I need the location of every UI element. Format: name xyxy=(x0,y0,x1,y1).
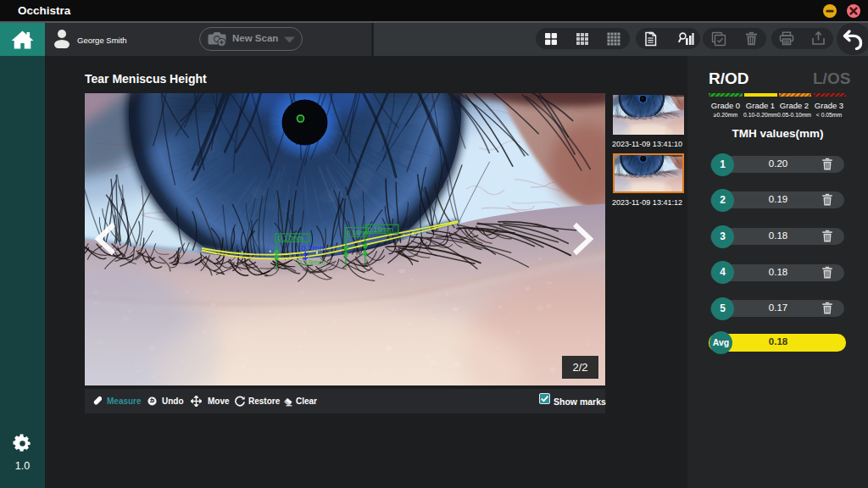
svg-text:0.19mm: 0.19mm xyxy=(298,258,326,267)
svg-text:0.19mm: 0.19mm xyxy=(368,225,393,234)
svg-text:0.17mm: 0.17mm xyxy=(278,234,303,242)
svg-text:0.2mm: 0.2mm xyxy=(301,243,326,252)
svg-text:0.18mm: 0.18mm xyxy=(347,229,370,236)
